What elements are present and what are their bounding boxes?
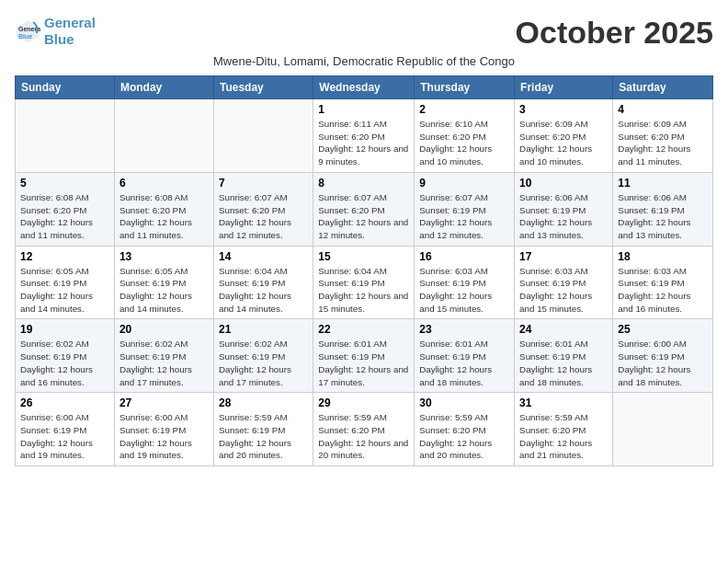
day-info: Sunrise: 5:59 AM Sunset: 6:20 PM Dayligh… [419, 411, 509, 462]
calendar-cell: 10Sunrise: 6:06 AM Sunset: 6:19 PM Dayli… [515, 172, 613, 246]
day-info: Sunrise: 6:06 AM Sunset: 6:19 PM Dayligh… [618, 191, 708, 242]
calendar-cell: 14Sunrise: 6:04 AM Sunset: 6:19 PM Dayli… [213, 246, 313, 319]
calendar-cell: 22Sunrise: 6:01 AM Sunset: 6:19 PM Dayli… [313, 319, 415, 393]
day-number: 8 [318, 177, 409, 190]
calendar-cell: 16Sunrise: 6:03 AM Sunset: 6:19 PM Dayli… [415, 246, 515, 319]
day-info: Sunrise: 6:04 AM Sunset: 6:19 PM Dayligh… [318, 265, 409, 316]
calendar-cell: 21Sunrise: 6:02 AM Sunset: 6:19 PM Dayli… [213, 319, 313, 393]
calendar-cell [613, 393, 713, 466]
day-info: Sunrise: 6:02 AM Sunset: 6:19 PM Dayligh… [20, 338, 109, 388]
day-info: Sunrise: 6:01 AM Sunset: 6:19 PM Dayligh… [519, 338, 608, 388]
day-number: 15 [318, 250, 409, 263]
day-info: Sunrise: 6:03 AM Sunset: 6:19 PM Dayligh… [618, 265, 708, 316]
day-info: Sunrise: 6:07 AM Sunset: 6:20 PM Dayligh… [219, 191, 308, 242]
calendar-cell: 13Sunrise: 6:05 AM Sunset: 6:19 PM Dayli… [114, 246, 213, 319]
calendar-week-2: 5Sunrise: 6:08 AM Sunset: 6:20 PM Daylig… [16, 172, 713, 246]
day-number: 13 [119, 250, 209, 263]
calendar-cell: 15Sunrise: 6:04 AM Sunset: 6:19 PM Dayli… [313, 246, 415, 319]
calendar-cell: 24Sunrise: 6:01 AM Sunset: 6:19 PM Dayli… [515, 319, 613, 393]
day-number: 22 [318, 323, 409, 336]
day-number: 30 [419, 396, 509, 409]
weekday-header-sunday: Sunday [16, 76, 115, 99]
day-info: Sunrise: 6:08 AM Sunset: 6:20 PM Dayligh… [20, 191, 109, 242]
day-number: 24 [519, 323, 608, 336]
day-number: 16 [419, 250, 509, 263]
day-info: Sunrise: 6:05 AM Sunset: 6:19 PM Dayligh… [20, 265, 109, 316]
day-number: 3 [519, 103, 608, 116]
day-info: Sunrise: 6:01 AM Sunset: 6:19 PM Dayligh… [419, 338, 509, 388]
calendar-table: SundayMondayTuesdayWednesdayThursdayFrid… [15, 75, 713, 466]
day-info: Sunrise: 5:59 AM Sunset: 6:19 PM Dayligh… [219, 411, 308, 462]
day-number: 26 [20, 396, 109, 409]
calendar-cell: 26Sunrise: 6:00 AM Sunset: 6:19 PM Dayli… [16, 393, 115, 466]
day-number: 10 [519, 177, 608, 190]
calendar-cell: 27Sunrise: 6:00 AM Sunset: 6:19 PM Dayli… [114, 393, 213, 466]
day-info: Sunrise: 6:05 AM Sunset: 6:19 PM Dayligh… [119, 265, 209, 316]
calendar-cell: 11Sunrise: 6:06 AM Sunset: 6:19 PM Dayli… [613, 172, 713, 246]
logo-text: General Blue [44, 15, 96, 48]
calendar-cell: 20Sunrise: 6:02 AM Sunset: 6:19 PM Dayli… [114, 319, 213, 393]
calendar-cell: 31Sunrise: 5:59 AM Sunset: 6:20 PM Dayli… [515, 393, 613, 466]
calendar-week-4: 19Sunrise: 6:02 AM Sunset: 6:19 PM Dayli… [16, 319, 713, 393]
day-number: 14 [219, 250, 308, 263]
day-info: Sunrise: 6:06 AM Sunset: 6:19 PM Dayligh… [519, 191, 608, 242]
day-info: Sunrise: 6:07 AM Sunset: 6:19 PM Dayligh… [419, 191, 509, 242]
svg-text:Blue: Blue [18, 33, 32, 40]
calendar-cell: 7Sunrise: 6:07 AM Sunset: 6:20 PM Daylig… [213, 172, 313, 246]
calendar-cell: 23Sunrise: 6:01 AM Sunset: 6:19 PM Dayli… [415, 319, 515, 393]
calendar-cell: 8Sunrise: 6:07 AM Sunset: 6:20 PM Daylig… [313, 172, 415, 246]
day-number: 7 [219, 177, 308, 190]
day-info: Sunrise: 6:09 AM Sunset: 6:20 PM Dayligh… [618, 118, 708, 168]
weekday-header-monday: Monday [114, 76, 213, 99]
calendar-cell: 9Sunrise: 6:07 AM Sunset: 6:19 PM Daylig… [415, 172, 515, 246]
weekday-header-tuesday: Tuesday [213, 76, 313, 99]
weekday-header-thursday: Thursday [415, 76, 515, 99]
calendar-week-3: 12Sunrise: 6:05 AM Sunset: 6:19 PM Dayli… [16, 246, 713, 319]
calendar-cell: 2Sunrise: 6:10 AM Sunset: 6:20 PM Daylig… [415, 99, 515, 173]
calendar-cell: 1Sunrise: 6:11 AM Sunset: 6:20 PM Daylig… [313, 99, 415, 173]
day-number: 6 [119, 177, 209, 190]
calendar-cell: 30Sunrise: 5:59 AM Sunset: 6:20 PM Dayli… [415, 393, 515, 466]
day-number: 11 [618, 177, 708, 190]
calendar-cell: 29Sunrise: 5:59 AM Sunset: 6:20 PM Dayli… [313, 393, 415, 466]
calendar-cell: 19Sunrise: 6:02 AM Sunset: 6:19 PM Dayli… [16, 319, 115, 393]
subtitle: Mwene-Ditu, Lomami, Democratic Republic … [15, 54, 713, 68]
day-number: 19 [20, 323, 109, 336]
day-number: 17 [519, 250, 608, 263]
logo-icon: General Blue [15, 18, 40, 44]
page-header: General Blue General Blue October 2025 [15, 15, 713, 51]
day-info: Sunrise: 6:03 AM Sunset: 6:19 PM Dayligh… [519, 265, 608, 316]
day-number: 1 [318, 103, 409, 116]
day-number: 21 [219, 323, 308, 336]
day-info: Sunrise: 6:02 AM Sunset: 6:19 PM Dayligh… [119, 338, 209, 388]
day-number: 4 [618, 103, 708, 116]
day-info: Sunrise: 6:10 AM Sunset: 6:20 PM Dayligh… [419, 118, 509, 168]
calendar-cell: 17Sunrise: 6:03 AM Sunset: 6:19 PM Dayli… [515, 246, 613, 319]
day-number: 31 [519, 396, 608, 409]
day-info: Sunrise: 6:04 AM Sunset: 6:19 PM Dayligh… [219, 265, 308, 316]
calendar-cell: 12Sunrise: 6:05 AM Sunset: 6:19 PM Dayli… [16, 246, 115, 319]
calendar-cell [16, 99, 115, 173]
weekday-header-saturday: Saturday [613, 76, 713, 99]
day-info: Sunrise: 6:07 AM Sunset: 6:20 PM Dayligh… [318, 191, 409, 242]
day-number: 12 [20, 250, 109, 263]
calendar-cell [114, 99, 213, 173]
day-info: Sunrise: 6:00 AM Sunset: 6:19 PM Dayligh… [618, 338, 708, 388]
day-number: 20 [119, 323, 209, 336]
calendar-cell: 6Sunrise: 6:08 AM Sunset: 6:20 PM Daylig… [114, 172, 213, 246]
weekday-header-row: SundayMondayTuesdayWednesdayThursdayFrid… [16, 76, 713, 99]
day-info: Sunrise: 6:09 AM Sunset: 6:20 PM Dayligh… [519, 118, 608, 168]
logo: General Blue General Blue [15, 15, 96, 48]
weekday-header-friday: Friday [515, 76, 613, 99]
day-info: Sunrise: 6:02 AM Sunset: 6:19 PM Dayligh… [219, 338, 308, 388]
day-number: 18 [618, 250, 708, 263]
day-info: Sunrise: 6:00 AM Sunset: 6:19 PM Dayligh… [119, 411, 209, 462]
day-number: 9 [419, 177, 509, 190]
day-info: Sunrise: 6:11 AM Sunset: 6:20 PM Dayligh… [318, 118, 409, 168]
calendar-cell: 25Sunrise: 6:00 AM Sunset: 6:19 PM Dayli… [613, 319, 713, 393]
day-info: Sunrise: 5:59 AM Sunset: 6:20 PM Dayligh… [318, 411, 409, 462]
calendar-cell [213, 99, 313, 173]
calendar-cell: 4Sunrise: 6:09 AM Sunset: 6:20 PM Daylig… [613, 99, 713, 173]
day-info: Sunrise: 5:59 AM Sunset: 6:20 PM Dayligh… [519, 411, 608, 462]
day-info: Sunrise: 6:03 AM Sunset: 6:19 PM Dayligh… [419, 265, 509, 316]
